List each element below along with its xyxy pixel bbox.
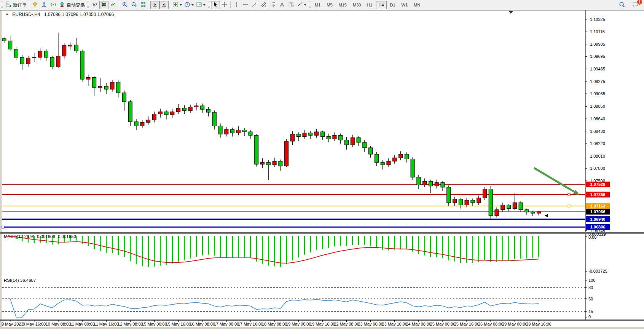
candle-body — [303, 133, 306, 136]
candle-body — [273, 161, 276, 165]
candle-body — [411, 159, 414, 177]
candle-body — [453, 199, 457, 203]
time-axis-label: 25 May 00:00 — [430, 322, 456, 326]
rsi-indicator-label: RSI(14) 36.4687 — [4, 278, 36, 283]
candle-body — [423, 181, 427, 185]
axis-tick-label: 50 — [588, 297, 593, 301]
candle-body — [393, 158, 397, 161]
candle-body — [201, 106, 204, 109]
price-line-label-text: 1.07356 — [590, 192, 606, 197]
candle-body — [465, 200, 469, 205]
time-axis-label: 24 May 08:00 — [406, 322, 431, 326]
axis-tick-label: 1.07800 — [590, 166, 605, 171]
candle-body — [26, 58, 30, 64]
candle-body — [86, 77, 90, 79]
time-axis-label: 17 May 16:00 — [238, 322, 263, 326]
candle-body — [98, 86, 102, 88]
candle-body — [399, 154, 402, 158]
time-axis-label: 19 May 16:00 — [310, 322, 335, 326]
candle-body — [459, 199, 462, 205]
candle-body — [164, 112, 168, 115]
axis-tick-label: 1.10325 — [590, 17, 605, 22]
axis-tick-label: 1.10115 — [590, 29, 605, 34]
time-axis-label: 11 May 00:00 — [70, 322, 95, 326]
candle-body — [387, 161, 391, 165]
candle-body — [483, 189, 486, 198]
candle-body — [147, 120, 150, 122]
candle-body — [279, 161, 282, 166]
candle-body — [333, 135, 336, 139]
time-axis-label: 18 May 08:00 — [262, 322, 287, 326]
candle-body — [429, 181, 432, 186]
candle-body — [74, 45, 78, 51]
axis-tick-label: 80 — [588, 285, 593, 290]
line-drag-handle[interactable] — [568, 205, 570, 207]
time-axis-label: 23 May 00:00 — [358, 322, 383, 326]
candle-body — [140, 122, 144, 126]
time-axis-label: 15 May 00:00 — [142, 322, 167, 326]
candle-body — [177, 108, 180, 112]
price-line-label-text: 1.07163 — [590, 204, 606, 208]
candle-body — [339, 135, 343, 140]
chart-shift-marker[interactable] — [509, 11, 513, 14]
time-axis-label: 29 May 16:00 — [526, 322, 552, 326]
candle-body — [477, 198, 481, 203]
macd-indicator-label: MACD(12,26,9) -0.001806 -0.001850 — [4, 234, 76, 239]
axis-tick-label: 15 — [588, 309, 593, 314]
candle-body — [92, 77, 96, 87]
time-axis-label: 25 May 16:00 — [454, 322, 480, 326]
symbol-dropdown-icon[interactable]: ▼ — [5, 13, 9, 16]
candle-body — [495, 210, 499, 216]
candle-body — [218, 126, 222, 134]
axis-tick-label: 1.09905 — [590, 42, 605, 46]
quote-ohlc: 1.07086 1.07096 1.07050 1.07066 — [44, 12, 114, 17]
time-axis-label: 11 May 16:00 — [94, 322, 119, 326]
candle-body — [363, 142, 367, 148]
axis-tick-label: 1.08220 — [590, 141, 605, 146]
time-axis-label: 12 May 08:00 — [118, 322, 143, 326]
candle-body — [38, 51, 42, 57]
candle-body — [207, 109, 210, 112]
candle-body — [56, 56, 60, 67]
candle-body — [435, 182, 438, 186]
candle-body — [501, 205, 505, 209]
candle-body — [104, 86, 108, 89]
time-axis-label: 16 May 08:00 — [190, 322, 215, 326]
candle-body — [315, 132, 319, 135]
candle-body — [351, 138, 354, 145]
candle-body — [381, 163, 384, 165]
candle-body — [405, 154, 408, 159]
arrow-annotation[interactable] — [534, 168, 574, 192]
candle-body — [320, 132, 324, 136]
axis-tick-label: 1.09275 — [590, 79, 605, 84]
candle-body — [32, 57, 36, 58]
axis-tick-label: 1.08010 — [590, 154, 605, 158]
chart-title: ▼ EURUSD-,H4 1.07086 1.07096 1.07050 1.0… — [5, 12, 114, 17]
candle-body — [14, 49, 18, 57]
axis-tick-label: 1.08850 — [590, 104, 605, 109]
candle-body — [417, 177, 421, 185]
candle-body — [513, 203, 516, 209]
candle-body — [369, 148, 373, 154]
time-axis-label: 9 May 2023 — [2, 322, 23, 326]
chart-canvas[interactable]: 1.103251.101151.099051.096951.094851.092… — [0, 0, 644, 329]
candle-body — [20, 57, 24, 64]
candle-body — [519, 203, 523, 210]
axis-tick-label: 100 — [588, 278, 595, 283]
candle-body — [447, 187, 451, 203]
time-axis-label: 17 May 00:00 — [214, 322, 239, 326]
time-axis-label: 19 May 00:00 — [286, 322, 311, 326]
candle-body — [261, 163, 265, 164]
line-drag-handle[interactable] — [568, 193, 570, 196]
candle-body — [375, 154, 378, 163]
time-axis-label: 15 May 16:00 — [166, 322, 191, 326]
candle-body — [44, 51, 48, 57]
candle-body — [489, 189, 493, 216]
symbol-title: EURUSD-,H4 — [12, 12, 40, 17]
price-line-label-text: 1.07528 — [590, 182, 606, 187]
candle-body — [266, 163, 270, 165]
candle-body — [285, 141, 289, 166]
candle-body — [255, 135, 258, 164]
candle-body — [525, 210, 529, 212]
line-drag-handle[interactable] — [2, 226, 4, 228]
